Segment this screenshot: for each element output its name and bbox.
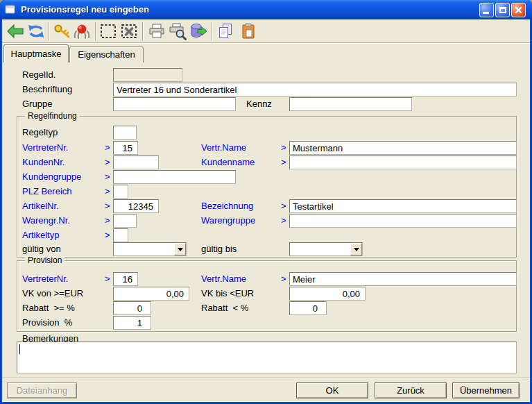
bezeichnung-lookup-link[interactable]: > xyxy=(281,199,286,213)
artikelnr-label: ArtikelNr. xyxy=(22,199,59,213)
kennz-label: Kennz xyxy=(246,97,272,111)
warengrnr-input[interactable] xyxy=(113,214,137,228)
copy-icon xyxy=(216,22,234,40)
deselect-rect-icon xyxy=(120,22,138,40)
vertreternr-lookup-link[interactable]: > xyxy=(105,141,110,155)
provision-title: Provision xyxy=(25,255,65,265)
vertreternr-label: VertreterNr. xyxy=(22,141,68,155)
vertrname-lookup-link[interactable]: > xyxy=(281,141,286,155)
key-button[interactable] xyxy=(53,22,72,41)
dialog-window: Provisionsregel neu eingeben xyxy=(0,0,532,404)
artikelnr-lookup-link[interactable]: > xyxy=(105,199,110,213)
artikelnr-input[interactable] xyxy=(113,199,159,213)
toolbar-separator xyxy=(49,22,49,40)
rabatt-lt-label: Rabatt < % xyxy=(201,301,248,315)
dialog-client-area: Hauptmaske Eigenschaften RegelId. Beschr… xyxy=(2,19,530,402)
tab-eigenschaften[interactable]: Eigenschaften xyxy=(69,47,144,62)
debug-button[interactable] xyxy=(72,22,92,41)
tab-hauptmaske[interactable]: Hauptmaske xyxy=(3,44,69,62)
paste-button[interactable] xyxy=(239,22,258,41)
regelfindung-title: Regelfindung xyxy=(25,111,80,121)
regelid-label: RegelId. xyxy=(22,68,55,82)
kennz-input[interactable] xyxy=(289,97,412,111)
minimize-button[interactable] xyxy=(479,3,494,17)
back-button[interactable] xyxy=(6,22,25,41)
gueltig-bis-select[interactable] xyxy=(289,242,363,256)
prov-vertreternr-input[interactable] xyxy=(113,272,138,286)
beschriftung-input[interactable] xyxy=(113,83,517,96)
bezeichnung-label: Bezeichnung xyxy=(201,199,253,213)
kundengruppe-lookup-link[interactable]: > xyxy=(105,170,110,184)
refresh-icon xyxy=(27,22,45,40)
prov-vertreternr-lookup-link[interactable]: > xyxy=(105,272,110,286)
artikeltyp-input[interactable] xyxy=(113,228,128,242)
rabatt-lt-input[interactable] xyxy=(289,301,327,315)
regeltyp-label: Regeltyp xyxy=(22,126,58,140)
vertreternr-input[interactable] xyxy=(113,141,138,155)
gruppe-input[interactable] xyxy=(113,97,236,111)
clear-selection-button[interactable] xyxy=(119,22,139,41)
warengrnr-lookup-link[interactable]: > xyxy=(105,214,110,228)
plz-bereich-lookup-link[interactable]: > xyxy=(105,185,110,199)
toolbar-separator xyxy=(212,22,212,40)
maximize-icon xyxy=(499,7,506,13)
spider-icon xyxy=(73,22,91,40)
artikeltyp-label: Artikeltyp xyxy=(22,228,59,242)
bemerkungen-textarea[interactable] xyxy=(17,342,517,373)
window-title: Provisionsregel neu eingeben xyxy=(21,4,149,15)
gueltig-bis-dropdown-button[interactable] xyxy=(350,243,362,255)
copy-button[interactable] xyxy=(216,22,235,41)
vk-bis-input[interactable] xyxy=(289,287,366,301)
prov-vertrname-lookup-link[interactable]: > xyxy=(281,272,286,286)
provision-pct-label: Provision % xyxy=(22,316,72,330)
warengrnr-label: Warengr.Nr. xyxy=(22,214,70,228)
uebernehmen-button[interactable]: Übernehmen xyxy=(452,382,520,398)
gueltig-von-label: gültig von xyxy=(22,242,61,256)
select-all-button[interactable] xyxy=(98,22,118,41)
kundenname-lookup-link[interactable]: > xyxy=(281,155,286,169)
warengruppe-lookup-link[interactable]: > xyxy=(281,214,286,228)
vk-von-label: VK von >=EUR xyxy=(22,287,83,301)
export-button[interactable] xyxy=(189,22,208,41)
maximize-button[interactable] xyxy=(495,3,510,17)
kundenname-input[interactable] xyxy=(289,155,517,169)
beschriftung-label: Beschriftung xyxy=(22,83,72,96)
chevron-down-icon xyxy=(354,248,359,254)
provision-pct-input[interactable] xyxy=(113,316,151,330)
paste-icon xyxy=(239,22,257,40)
ok-button[interactable]: OK xyxy=(296,382,368,398)
regeltyp-input[interactable] xyxy=(113,126,137,140)
key-icon xyxy=(53,22,71,40)
kundengruppe-label: Kundengruppe xyxy=(22,170,81,184)
warengruppe-input[interactable] xyxy=(289,214,517,228)
print-preview-button[interactable] xyxy=(168,22,187,41)
window-icon[interactable] xyxy=(5,4,16,15)
gueltig-bis-label: gültig bis xyxy=(201,242,237,256)
refresh-button[interactable] xyxy=(26,22,46,41)
artikeltyp-lookup-link[interactable]: > xyxy=(105,228,110,242)
print-button[interactable] xyxy=(147,22,166,41)
selection-rect-icon xyxy=(99,22,117,40)
kundengruppe-input[interactable] xyxy=(113,170,236,184)
gueltig-von-select[interactable] xyxy=(113,242,187,256)
vk-von-input[interactable] xyxy=(113,287,189,301)
warengruppe-label: Warengruppe xyxy=(201,214,255,228)
plz-bereich-label: PLZ Bereich xyxy=(22,185,72,199)
dateianhang-button[interactable]: Dateianhang xyxy=(7,382,77,398)
kundenname-label: Kundenname xyxy=(201,155,255,169)
bezeichnung-input[interactable] xyxy=(289,199,517,213)
kundennr-lookup-link[interactable]: > xyxy=(105,155,110,169)
plz-bereich-input[interactable] xyxy=(113,185,128,199)
text-caret xyxy=(19,344,20,354)
vertrname-input[interactable] xyxy=(289,141,517,155)
titlebar: Provisionsregel neu eingeben xyxy=(0,0,532,19)
kundennr-input[interactable] xyxy=(113,155,159,169)
chevron-down-icon xyxy=(178,248,183,254)
zurueck-button[interactable]: Zurück xyxy=(375,382,447,398)
vertrname-label: Vertr.Name xyxy=(201,141,246,155)
close-button[interactable] xyxy=(511,3,526,17)
gueltig-von-dropdown-button[interactable] xyxy=(174,243,186,255)
rabatt-ge-input[interactable] xyxy=(113,301,151,315)
prov-vertrname-input[interactable] xyxy=(289,272,517,286)
toolbar-separator xyxy=(95,22,96,40)
